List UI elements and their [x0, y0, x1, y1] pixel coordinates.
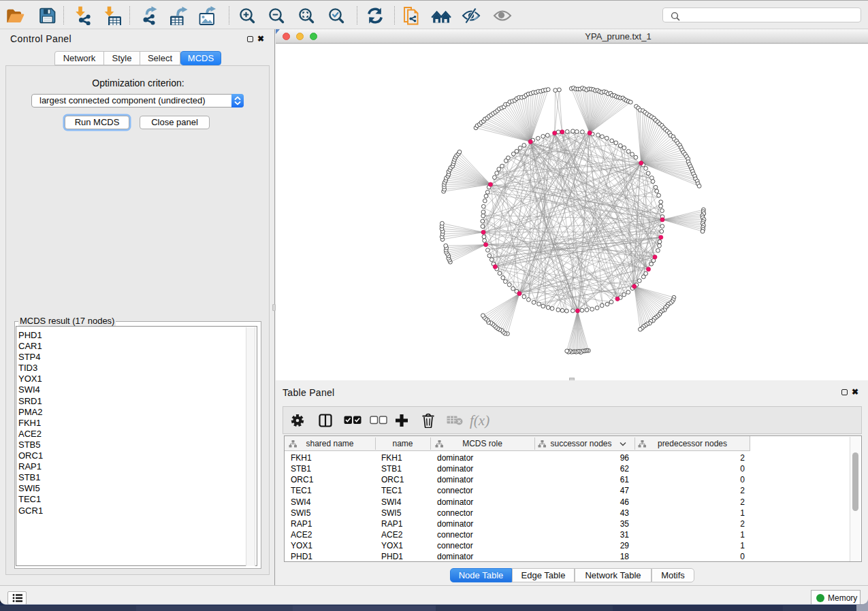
svg-text:f(x): f(x): [470, 412, 489, 429]
